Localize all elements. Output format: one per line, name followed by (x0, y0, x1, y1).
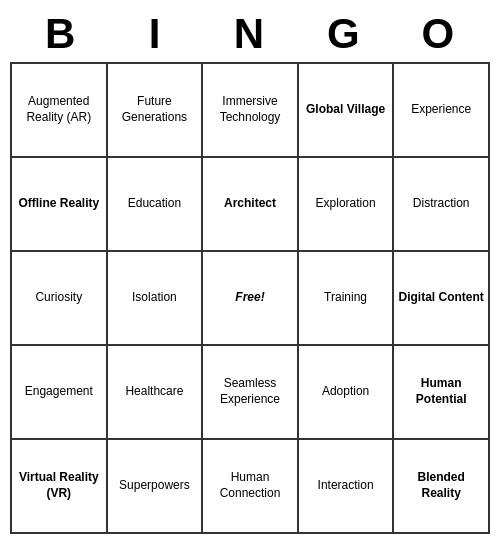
cell-r3-c1: Healthcare (107, 345, 203, 439)
title-g: G (297, 10, 391, 58)
title-i: I (108, 10, 202, 58)
cell-r0-c3: Global Village (298, 63, 394, 157)
title-b: B (14, 10, 108, 58)
cell-r4-c1: Superpowers (107, 439, 203, 533)
cell-r3-c3: Adoption (298, 345, 394, 439)
cell-r0-c4: Experience (393, 63, 489, 157)
cell-r1-c2: Architect (202, 157, 298, 251)
cell-r1-c3: Exploration (298, 157, 394, 251)
cell-r0-c1: Future Generations (107, 63, 203, 157)
cell-r0-c0: Augmented Reality (AR) (11, 63, 107, 157)
cell-r2-c2: Free! (202, 251, 298, 345)
cell-r3-c2: Seamless Experience (202, 345, 298, 439)
cell-r2-c1: Isolation (107, 251, 203, 345)
cell-r4-c3: Interaction (298, 439, 394, 533)
cell-r1-c4: Distraction (393, 157, 489, 251)
bingo-title: B I N G O (10, 10, 490, 58)
cell-r2-c3: Training (298, 251, 394, 345)
cell-r3-c0: Engagement (11, 345, 107, 439)
bingo-grid: Augmented Reality (AR)Future Generations… (10, 62, 490, 534)
cell-r4-c0: Virtual Reality (VR) (11, 439, 107, 533)
cell-r4-c4: Blended Reality (393, 439, 489, 533)
cell-r4-c2: Human Connection (202, 439, 298, 533)
cell-r2-c0: Curiosity (11, 251, 107, 345)
cell-r1-c0: Offline Reality (11, 157, 107, 251)
title-o: O (392, 10, 486, 58)
cell-r3-c4: Human Potential (393, 345, 489, 439)
cell-r1-c1: Education (107, 157, 203, 251)
cell-r2-c4: Digital Content (393, 251, 489, 345)
title-n: N (203, 10, 297, 58)
cell-r0-c2: Immersive Technology (202, 63, 298, 157)
